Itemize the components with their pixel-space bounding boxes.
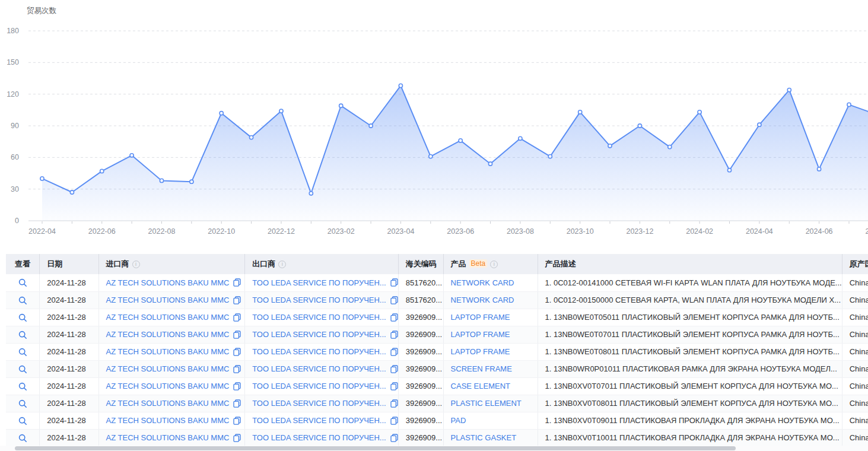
exporter-cell: TOO LEDA SERVICE ПО ПОРУЧЕН... <box>245 377 399 395</box>
exporter-info-icon[interactable] <box>278 261 286 268</box>
copy-icon[interactable] <box>233 348 241 356</box>
origin-cell: China <box>842 309 868 326</box>
copy-icon[interactable] <box>390 365 398 373</box>
exporter-cell: TOO LEDA SERVICE ПО ПОРУЧЕН... <box>245 274 399 291</box>
exporter-link[interactable]: TOO LEDA SERVICE ПО ПОРУЧЕН... <box>252 364 386 373</box>
copy-icon[interactable] <box>390 382 398 390</box>
copy-icon[interactable] <box>233 365 241 373</box>
copy-icon[interactable] <box>390 331 398 339</box>
product-link[interactable]: LAPTOP FRAME <box>451 313 510 322</box>
copy-icon[interactable] <box>233 382 241 390</box>
importer-link[interactable]: AZ TECH SOLUTIONS BAKU MMC <box>106 416 230 425</box>
table-body: 2024-11-28 AZ TECH SOLUTIONS BAKU MMC TO… <box>6 274 868 446</box>
exporter-link[interactable]: TOO LEDA SERVICE ПО ПОРУЧЕН... <box>252 382 386 390</box>
hs-code-cell: 3926909... <box>398 343 443 360</box>
product-cell: NETWORK CARD <box>443 274 538 291</box>
view-button[interactable] <box>18 417 27 425</box>
table-row: 2024-11-28 AZ TECH SOLUTIONS BAKU MMC TO… <box>6 309 868 326</box>
view-cell <box>6 343 40 360</box>
copy-icon[interactable] <box>390 399 398 408</box>
importer-link[interactable]: AZ TECH SOLUTIONS BAKU MMC <box>106 433 230 442</box>
importer-link[interactable]: AZ TECH SOLUTIONS BAKU MMC <box>106 347 230 356</box>
copy-icon[interactable] <box>233 331 241 339</box>
product-link[interactable]: SCREEN FRAME <box>451 364 512 373</box>
view-button[interactable] <box>18 348 27 357</box>
exporter-cell: TOO LEDA SERVICE ПО ПОРУЧЕН... <box>245 326 399 343</box>
hs-code-cell: 3926909... <box>398 309 443 326</box>
view-button[interactable] <box>18 365 27 374</box>
svg-text:2023-02: 2023-02 <box>328 227 355 236</box>
exporter-link[interactable]: TOO LEDA SERVICE ПО ПОРУЧЕН... <box>252 278 386 287</box>
exporter-link[interactable]: TOO LEDA SERVICE ПО ПОРУЧЕН... <box>252 399 386 408</box>
exporter-cell: TOO LEDA SERVICE ПО ПОРУЧЕН... <box>245 309 399 326</box>
product-link[interactable]: PLASTIC ELEMENT <box>451 399 522 408</box>
importer-link[interactable]: AZ TECH SOLUTIONS BAKU MMC <box>106 313 230 322</box>
svg-text:2023-08: 2023-08 <box>507 227 534 236</box>
view-button[interactable] <box>18 331 27 339</box>
exporter-link[interactable]: TOO LEDA SERVICE ПО ПОРУЧЕН... <box>252 433 386 442</box>
copy-icon[interactable] <box>233 417 241 425</box>
importer-cell: AZ TECH SOLUTIONS BAKU MMC <box>98 343 245 360</box>
exporter-link[interactable]: TOO LEDA SERVICE ПО ПОРУЧЕН... <box>252 330 386 339</box>
copy-icon[interactable] <box>390 417 398 425</box>
copy-icon[interactable] <box>233 296 241 304</box>
copy-icon[interactable] <box>390 278 398 287</box>
product-link[interactable]: PLASTIC GASKET <box>451 433 517 442</box>
importer-link[interactable]: AZ TECH SOLUTIONS BAKU MMC <box>106 296 230 304</box>
origin-cell: China <box>842 360 868 377</box>
copy-icon[interactable] <box>233 313 241 322</box>
product-link[interactable]: NETWORK CARD <box>451 296 514 304</box>
table-row: 2024-11-28 AZ TECH SOLUTIONS BAKU MMC TO… <box>6 395 868 412</box>
copy-icon[interactable] <box>233 278 241 287</box>
view-cell <box>6 377 40 395</box>
importer-cell: AZ TECH SOLUTIONS BAKU MMC <box>98 377 245 395</box>
exporter-link[interactable]: TOO LEDA SERVICE ПО ПОРУЧЕН... <box>252 347 386 356</box>
view-button[interactable] <box>18 296 27 305</box>
exporter-cell: TOO LEDA SERVICE ПО ПОРУЧЕН... <box>245 429 399 446</box>
product-cell: NETWORK CARD <box>443 291 538 309</box>
importer-cell: AZ TECH SOLUTIONS BAKU MMC <box>98 274 245 291</box>
product-link[interactable]: LAPTOP FRAME <box>451 347 510 356</box>
horizontal-scrollbar-thumb[interactable] <box>15 446 736 450</box>
view-button[interactable] <box>18 278 27 287</box>
copy-icon[interactable] <box>390 296 398 304</box>
table-row: 2024-11-28 AZ TECH SOLUTIONS BAKU MMC TO… <box>6 326 868 343</box>
view-button[interactable] <box>18 399 27 408</box>
hs-code-cell: 8517620... <box>398 274 443 291</box>
importer-info-icon[interactable] <box>132 261 140 268</box>
product-cell: CASE ELEMENT <box>443 377 538 395</box>
product-link[interactable]: PAD <box>451 416 466 425</box>
importer-link[interactable]: AZ TECH SOLUTIONS BAKU MMC <box>106 399 230 408</box>
copy-icon[interactable] <box>390 348 398 356</box>
exporter-link[interactable]: TOO LEDA SERVICE ПО ПОРУЧЕН... <box>252 296 386 304</box>
product-link[interactable]: LAPTOP FRAME <box>451 330 510 339</box>
importer-link[interactable]: AZ TECH SOLUTIONS BAKU MMC <box>106 330 230 339</box>
importer-link[interactable]: AZ TECH SOLUTIONS BAKU MMC <box>106 278 230 287</box>
copy-icon[interactable] <box>390 434 398 442</box>
importer-link[interactable]: AZ TECH SOLUTIONS BAKU MMC <box>106 364 230 373</box>
magnifier-icon <box>18 417 27 425</box>
product-cell: SCREEN FRAME <box>443 360 538 377</box>
product-link[interactable]: NETWORK CARD <box>451 278 514 287</box>
hs-code-cell: 3926909... <box>398 395 443 412</box>
svg-text:2024-04: 2024-04 <box>746 227 773 236</box>
exporter-cell: TOO LEDA SERVICE ПО ПОРУЧЕН... <box>245 291 399 309</box>
product-info-icon[interactable] <box>490 261 498 268</box>
exporter-link[interactable]: TOO LEDA SERVICE ПО ПОРУЧЕН... <box>252 416 386 425</box>
view-button[interactable] <box>18 313 27 322</box>
product-link[interactable]: CASE ELEMENT <box>451 382 510 390</box>
importer-cell: AZ TECH SOLUTIONS BAKU MMC <box>98 360 245 377</box>
exporter-link[interactable]: TOO LEDA SERVICE ПО ПОРУЧЕН... <box>252 313 386 322</box>
date-cell: 2024-11-28 <box>40 274 98 291</box>
copy-icon[interactable] <box>233 399 241 408</box>
copy-icon[interactable] <box>233 434 241 442</box>
hs-code-cell: 3926909... <box>398 412 443 429</box>
copy-icon[interactable] <box>390 313 398 322</box>
header-importer: 进口商 <box>98 254 245 274</box>
magnifier-icon <box>18 296 27 305</box>
svg-text:2022-10: 2022-10 <box>208 227 235 236</box>
view-button[interactable] <box>18 382 27 391</box>
importer-link[interactable]: AZ TECH SOLUTIONS BAKU MMC <box>106 382 230 390</box>
svg-text:2023-04: 2023-04 <box>387 227 415 236</box>
view-button[interactable] <box>18 434 27 443</box>
